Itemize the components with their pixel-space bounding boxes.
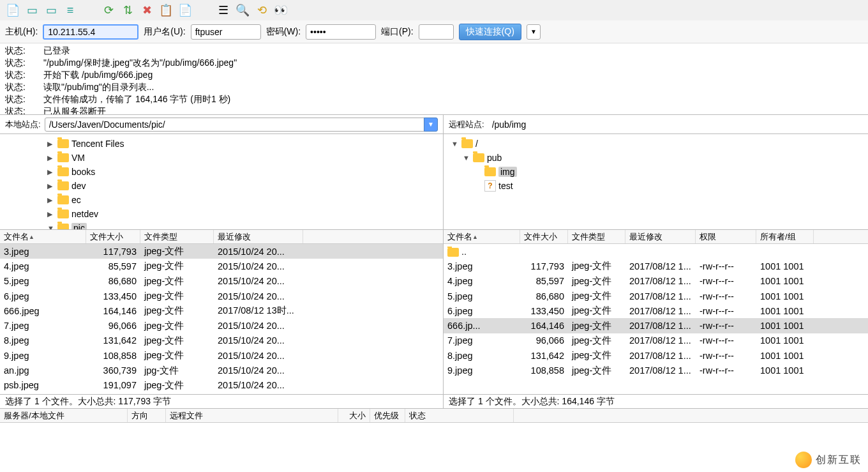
- expand-icon[interactable]: ▶: [47, 154, 55, 162]
- refresh-icon[interactable]: ⟳: [101, 3, 116, 18]
- tree-item[interactable]: ▼/: [444, 137, 868, 151]
- tree-item[interactable]: img: [444, 165, 868, 179]
- expand-icon[interactable]: ▶: [47, 210, 55, 218]
- local-path-dropdown[interactable]: ▼: [424, 118, 438, 132]
- col-modified[interactable]: 最近修改: [625, 230, 696, 243]
- file-row[interactable]: 9.jpeg108,858jpeg-文件2015/10/24 20...: [0, 348, 443, 363]
- expand-icon[interactable]: ▼: [463, 154, 470, 162]
- col-priority[interactable]: 优先级: [370, 409, 405, 422]
- col-filetype[interactable]: 文件类型: [568, 230, 625, 243]
- file-row[interactable]: 7.jpeg96,066jpeg-文件2017/08/12 1...-rw-r-…: [444, 333, 868, 348]
- file-row[interactable]: 4.jpeg85,597jpeg-文件2015/10/24 20...: [0, 259, 443, 273]
- process-icon[interactable]: ⇅: [120, 3, 135, 18]
- file-row[interactable]: 666.jpeg164,146jpeg-文件2017/08/12 13时...: [0, 303, 443, 318]
- tree-item-label: netdev: [71, 209, 98, 219]
- col-filename[interactable]: 文件名: [444, 230, 520, 243]
- username-input[interactable]: [191, 24, 261, 40]
- tree-item[interactable]: ?test: [444, 179, 868, 193]
- remote-path-input[interactable]: [488, 118, 863, 132]
- tree-item[interactable]: ▶Tencent Files: [0, 137, 443, 151]
- toggle-tree-icon[interactable]: ▭: [43, 3, 59, 18]
- site-manager-icon[interactable]: 📄: [5, 3, 20, 18]
- file-row[interactable]: 6.jpeg133,450jpeg-文件2015/10/24 20...: [0, 289, 443, 303]
- tree-item-label: img: [498, 167, 517, 177]
- sync-icon[interactable]: ⟲: [254, 3, 269, 18]
- col-permissions[interactable]: 权限: [696, 230, 756, 243]
- file-name: 9.jpeg: [444, 365, 520, 376]
- remote-file-list[interactable]: ..3.jpeg117,793jpeg-文件2017/08/12 1...-rw…: [444, 244, 868, 394]
- file-permissions: -rw-r--r--: [696, 351, 756, 361]
- host-input[interactable]: [43, 24, 138, 40]
- col-size[interactable]: 大小: [338, 409, 370, 422]
- file-row[interactable]: psb.jpeg191,097jpeg-文件2015/10/24 20...: [0, 378, 443, 393]
- col-filesize[interactable]: 文件大小: [86, 230, 140, 243]
- expand-icon[interactable]: ▼: [451, 140, 459, 148]
- transfer-queue[interactable]: [0, 423, 868, 472]
- tree-item[interactable]: ▼pic: [0, 221, 443, 229]
- remote-list-header[interactable]: 文件名 文件大小 文件类型 最近修改 权限 所有者/组: [444, 230, 868, 244]
- file-row[interactable]: 8.jpeg131,642jpeg-文件2015/10/24 20...: [0, 333, 443, 348]
- toggle-queue-icon[interactable]: ≡: [63, 3, 78, 18]
- file-size: 117,793: [86, 247, 140, 257]
- file-row[interactable]: 9.jpeg108,858jpeg-文件2017/08/12 1...-rw-r…: [444, 363, 868, 377]
- expand-icon[interactable]: ▶: [47, 182, 55, 190]
- port-input[interactable]: [419, 24, 454, 40]
- expand-icon[interactable]: ▼: [47, 224, 55, 229]
- filter-icon[interactable]: ☰: [216, 3, 231, 18]
- message-log[interactable]: 状态:已登录状态:"/pub/img/保时捷.jpeg"改名为"/pub/img…: [0, 43, 868, 115]
- col-status[interactable]: 状态: [405, 409, 514, 422]
- local-path-input[interactable]: [45, 118, 434, 132]
- binoculars-icon[interactable]: 👀: [273, 3, 288, 18]
- file-row[interactable]: 5.jpeg86,680jpeg-文件2015/10/24 20...: [0, 274, 443, 289]
- file-row[interactable]: 7.jpeg96,066jpeg-文件2015/10/24 20...: [0, 318, 443, 333]
- file-permissions: -rw-r--r--: [696, 335, 756, 346]
- expand-icon[interactable]: ▶: [47, 140, 55, 148]
- expand-icon[interactable]: ▶: [47, 168, 55, 176]
- file-row[interactable]: ..: [444, 244, 868, 259]
- tree-item[interactable]: ▼pub: [444, 151, 868, 165]
- file-row[interactable]: 3.jpeg117,793jpeg-文件2017/08/12 1...-rw-r…: [444, 259, 868, 273]
- file-row[interactable]: 4.jpeg85,597jpeg-文件2017/08/12 1...-rw-r-…: [444, 274, 868, 289]
- file-row[interactable]: 5.jpeg86,680jpeg-文件2017/08/12 1...-rw-r-…: [444, 289, 868, 303]
- tree-item[interactable]: ▶VM: [0, 151, 443, 165]
- col-filesize[interactable]: 文件大小: [520, 230, 568, 243]
- tree-item[interactable]: ▶dev: [0, 179, 443, 193]
- file-size: 86,680: [86, 276, 140, 286]
- local-list-header[interactable]: 文件名 文件大小 文件类型 最近修改: [0, 230, 443, 244]
- col-direction[interactable]: 方向: [128, 409, 166, 422]
- col-owner[interactable]: 所有者/组: [756, 230, 814, 243]
- remote-tree[interactable]: ▼/▼pubimg?test: [444, 134, 868, 229]
- col-remote-file[interactable]: 远程文件: [166, 409, 338, 422]
- toggle-log-icon[interactable]: ▭: [24, 3, 40, 18]
- tree-item[interactable]: ▶netdev: [0, 207, 443, 221]
- queue-header[interactable]: 服务器/本地文件 方向 远程文件 大小 优先级 状态: [0, 409, 868, 423]
- col-filetype[interactable]: 文件类型: [140, 230, 214, 243]
- search-icon[interactable]: 🔍: [235, 3, 250, 18]
- file-size: 85,597: [520, 276, 568, 286]
- file-type: jpeg-文件: [140, 290, 214, 302]
- file-type: jpeg-文件: [140, 305, 214, 317]
- file-row[interactable]: 666.jp...164,146jpeg-文件2017/08/12 1...-r…: [444, 318, 868, 333]
- file-row[interactable]: 8.jpeg131,642jpeg-文件2017/08/12 1...-rw-r…: [444, 348, 868, 363]
- password-input[interactable]: [306, 24, 376, 40]
- quickconnect-dropdown[interactable]: ▼: [527, 24, 541, 40]
- quickconnect-button[interactable]: 快速连接(Q): [459, 24, 521, 40]
- local-tree[interactable]: ▶Tencent Files▶VM▶books▶dev▶ec▶netdev▼pi…: [0, 134, 444, 229]
- port-label: 端口(P):: [381, 26, 414, 38]
- col-filename[interactable]: 文件名: [0, 230, 86, 243]
- file-row[interactable]: 6.jpeg133,450jpeg-文件2017/08/12 1...-rw-r…: [444, 303, 868, 318]
- tree-item[interactable]: ▶books: [0, 165, 443, 179]
- file-row[interactable]: an.jpg360,739jpg-文件2015/10/24 20...: [0, 363, 443, 377]
- local-file-list[interactable]: 3.jpeg117,793jpeg-文件2015/10/24 20...4.jp…: [0, 244, 443, 394]
- reconnect-icon[interactable]: 📄: [177, 3, 193, 18]
- expand-icon[interactable]: ▶: [47, 196, 55, 204]
- folder-icon: [484, 167, 496, 176]
- tree-item[interactable]: ▶ec: [0, 193, 443, 207]
- col-server-file[interactable]: 服务器/本地文件: [0, 409, 128, 422]
- file-owner: 1001 1001: [756, 365, 814, 376]
- disconnect-icon[interactable]: 📋: [158, 3, 174, 18]
- file-size: 164,146: [520, 321, 568, 331]
- cancel-icon[interactable]: ✖: [139, 3, 154, 18]
- col-modified[interactable]: 最近修改: [214, 230, 303, 243]
- file-row[interactable]: 3.jpeg117,793jpeg-文件2015/10/24 20...: [0, 244, 443, 259]
